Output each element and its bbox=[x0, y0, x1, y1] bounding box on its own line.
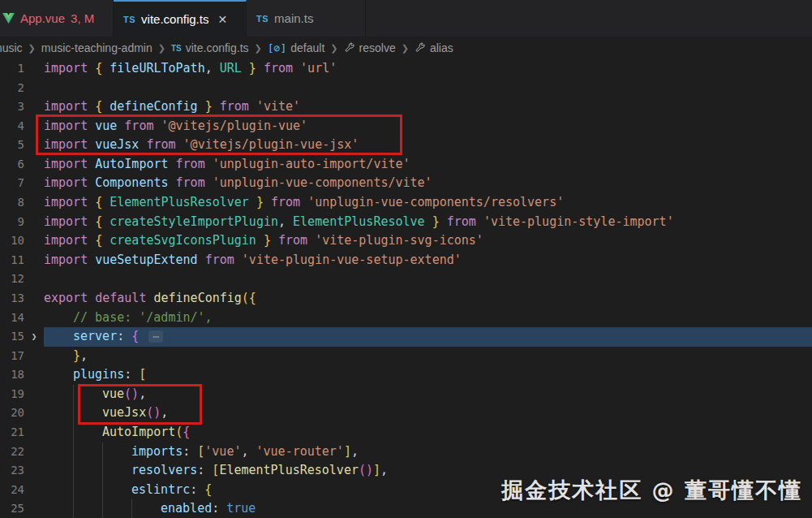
fold-gutter bbox=[24, 309, 44, 328]
code-line-text: import { ElementPlusResolver } from 'unp… bbox=[44, 193, 812, 213]
breadcrumb-item-alias[interactable]: alias bbox=[415, 41, 453, 54]
code-line-text: import vueSetupExtend from 'vite-plugin-… bbox=[44, 251, 812, 270]
breadcrumb-item-default[interactable]: [⊘]default bbox=[268, 41, 325, 54]
code-token: : bbox=[190, 482, 204, 497]
indent-guide bbox=[73, 461, 74, 481]
breadcrumb-label: resolve bbox=[359, 41, 396, 54]
code-token: '@vitejs/plugin-vue' bbox=[161, 119, 308, 133]
line-number: 4 bbox=[0, 117, 24, 136]
code-editor[interactable]: 1import { fileURLToPath, URL } from 'url… bbox=[0, 59, 812, 518]
line-number: 21 bbox=[0, 423, 24, 442]
fold-gutter bbox=[24, 404, 44, 423]
code-token: 'vue' bbox=[204, 444, 241, 459]
code-token: ] bbox=[344, 444, 351, 459]
line-number: 8 bbox=[0, 193, 24, 213]
code-token: 'vue-router' bbox=[256, 444, 344, 459]
breadcrumb-item-vite-config-ts[interactable]: TSvite.config.ts bbox=[171, 41, 249, 54]
line-number: 17 bbox=[0, 347, 24, 366]
close-icon[interactable]: ✕ bbox=[217, 14, 227, 25]
line-number: 10 bbox=[0, 231, 24, 251]
line-number: 15 bbox=[0, 327, 24, 347]
code-line-14: 14// base: '/admin/', bbox=[0, 309, 812, 328]
code-line-4: 4import vue from '@vitejs/plugin-vue' bbox=[0, 117, 812, 136]
code-line-text: vueJsx(), bbox=[44, 404, 812, 423]
fold-gutter bbox=[24, 231, 44, 251]
fold-gutter bbox=[24, 136, 44, 155]
code-line-1: 1import { fileURLToPath, URL } from 'url… bbox=[0, 59, 812, 79]
code-line-text: export default defineConfig({ bbox=[44, 289, 812, 309]
code-token: import bbox=[44, 119, 95, 133]
code-token: createStyleImportPlugin bbox=[110, 214, 278, 229]
tab-label: vite.config.ts bbox=[141, 12, 208, 26]
fold-gutter bbox=[24, 461, 44, 481]
fold-gutter bbox=[24, 155, 44, 175]
tab-badge: 3, M bbox=[71, 11, 94, 25]
code-token: } bbox=[249, 195, 264, 209]
breadcrumb-item-music[interactable]: music bbox=[0, 41, 23, 54]
chevron-right-icon: ❯ bbox=[330, 43, 337, 54]
code-line-12: 12 bbox=[0, 270, 812, 289]
breadcrumb-label: music-teaching-admin bbox=[41, 41, 153, 54]
line-number: 19 bbox=[0, 385, 24, 404]
breadcrumb-label: music bbox=[0, 41, 23, 54]
chevron-right-icon: ❯ bbox=[402, 43, 409, 54]
code-line-9: 9import { createStyleImportPlugin, Eleme… bbox=[0, 213, 812, 232]
code-line-text: import AutoImport from 'unplugin-auto-im… bbox=[44, 155, 812, 175]
code-token: import bbox=[44, 157, 95, 171]
fold-chevron-icon[interactable]: ❯ bbox=[24, 327, 44, 347]
code-line-text: server: { ⋯ bbox=[44, 327, 812, 347]
code-token: from bbox=[176, 175, 213, 190]
fold-gutter bbox=[24, 347, 44, 366]
breadcrumb-item-music-teaching-admin[interactable]: music-teaching-admin bbox=[41, 41, 153, 54]
typescript-icon: TS bbox=[171, 44, 182, 53]
code-token: : bbox=[183, 444, 197, 459]
breadcrumb: music❯music-teaching-admin❯TSvite.config… bbox=[0, 37, 812, 59]
code-token: AutoImport bbox=[102, 425, 175, 439]
indent-guide bbox=[73, 385, 74, 404]
code-token: () bbox=[146, 405, 161, 420]
line-number: 22 bbox=[0, 442, 24, 462]
code-token: () bbox=[359, 463, 373, 477]
code-line-7: 7import Components from 'unplugin-vue-co… bbox=[0, 174, 812, 193]
code-token: defineConfig bbox=[153, 291, 241, 305]
vscode-window: App.vue3, MTSvite.config.ts✕TSmain.ts mu… bbox=[0, 0, 812, 518]
code-line-18: 18plugins: [ bbox=[0, 365, 812, 385]
code-token: 'url' bbox=[300, 61, 337, 76]
folded-code-ellipsis[interactable]: ⋯ bbox=[148, 330, 163, 343]
code-token: from bbox=[213, 99, 256, 114]
code-token: , bbox=[278, 214, 293, 229]
indent-guide bbox=[102, 442, 103, 462]
code-line-text: import { fileURLToPath, URL } from 'url' bbox=[44, 59, 812, 79]
code-token: { bbox=[131, 329, 146, 343]
line-number: 5 bbox=[0, 136, 24, 155]
code-token: [ bbox=[139, 367, 146, 382]
code-token: 'vite-plugin-style-import' bbox=[483, 214, 674, 229]
tab-vite-config-ts[interactable]: TSvite.config.ts✕ bbox=[114, 0, 247, 37]
symbol-module-icon: [⊘] bbox=[268, 42, 286, 54]
code-token: 'vite-plugin-vue-setup-extend' bbox=[242, 253, 462, 267]
code-token: , bbox=[80, 348, 88, 363]
code-token: true bbox=[226, 501, 256, 516]
code-line-19: 19vue(), bbox=[0, 385, 812, 404]
code-line-text: plugins: [ bbox=[44, 365, 812, 385]
code-line-text bbox=[44, 270, 812, 289]
code-line-6: 6import AutoImport from 'unplugin-auto-i… bbox=[0, 155, 812, 175]
code-line-text: import vueJsx from '@vitejs/plugin-vue-j… bbox=[44, 136, 812, 155]
code-token: ({ bbox=[242, 291, 256, 305]
code-token: } bbox=[73, 348, 80, 363]
line-number: 6 bbox=[0, 155, 24, 175]
tab-main-ts[interactable]: TSmain.ts bbox=[247, 0, 366, 37]
code-token: vue bbox=[102, 386, 124, 401]
code-token: ( bbox=[175, 425, 183, 439]
code-token: import bbox=[44, 175, 95, 190]
breadcrumb-item-resolve[interactable]: resolve bbox=[344, 41, 396, 54]
code-token: imports bbox=[131, 444, 183, 459]
code-token: } bbox=[256, 233, 271, 248]
indent-guide bbox=[73, 481, 74, 500]
indent-guide bbox=[102, 499, 103, 518]
tab-app-vue[interactable]: App.vue3, M bbox=[0, 0, 114, 37]
code-line-text: vue(), bbox=[44, 385, 812, 404]
code-token: vue bbox=[95, 119, 124, 133]
code-token: import bbox=[44, 61, 95, 76]
code-token: { bbox=[95, 99, 110, 114]
